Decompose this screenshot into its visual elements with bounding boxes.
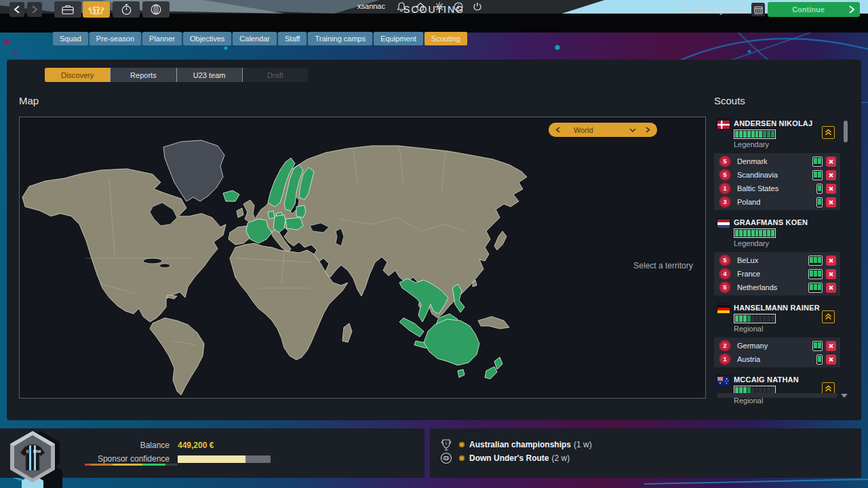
svg-text:DSM: DSM	[33, 449, 41, 453]
territory-row[interactable]: 3 Poland	[714, 195, 840, 209]
scouting-panel: DiscoveryReportsU23 teamDraft Map	[7, 60, 861, 420]
close-icon	[829, 357, 833, 362]
objectives-panel: 1 Australian championships (1 w) Down Un…	[430, 428, 861, 478]
knowledge-indicator	[812, 157, 823, 167]
chevron-right-icon	[849, 5, 855, 14]
upgrade-scout-button[interactable]	[822, 126, 835, 139]
objective-row: 1 Australian championships (1 w)	[439, 438, 592, 451]
knowledge-indicator	[808, 256, 823, 266]
tab-training-camps[interactable]: Training camps	[308, 32, 372, 45]
double-chevron-up-icon	[825, 313, 832, 321]
map-heading: Map	[19, 95, 39, 106]
club-logo[interactable]: DSM	[1, 426, 64, 488]
territory-row[interactable]: 1 Austria	[714, 352, 840, 366]
remove-territory-button[interactable]	[826, 283, 836, 293]
territory-row[interactable]: 5 Scandinavia	[714, 168, 840, 182]
tab-squad[interactable]: Squad	[53, 32, 88, 45]
territory-name: Baltic States	[737, 184, 816, 192]
chevron-right-icon[interactable]	[646, 127, 650, 133]
close-icon	[829, 200, 833, 205]
double-chevron-up-icon	[825, 129, 832, 136]
subtab-discovery[interactable]: Discovery	[45, 68, 110, 82]
denmark-flag-icon	[717, 119, 730, 127]
tab-pre-season[interactable]: Pre-season	[90, 32, 141, 45]
remove-territory-button[interactable]	[826, 157, 836, 167]
scout-skill-bar	[734, 129, 776, 139]
tab-equipment[interactable]: Equipment	[374, 32, 423, 45]
territory-list: 5 BeLux 4 France 5 Netherlands	[714, 252, 840, 296]
map-region-selector[interactable]: World	[549, 123, 657, 137]
close-icon	[829, 344, 833, 348]
subtab-reports[interactable]: Reports	[110, 68, 176, 82]
scout-tier: Regional	[734, 325, 840, 333]
chevron-left-icon[interactable]	[555, 127, 560, 133]
scout-header[interactable]: HANSELMANN RAINER Regional	[714, 302, 840, 333]
close-icon	[829, 159, 833, 164]
territory-row[interactable]: 5 BeLux	[714, 253, 840, 267]
remove-territory-button[interactable]	[826, 197, 836, 207]
scout-header[interactable]: GRAAFMANS KOEN Legendary	[714, 217, 840, 247]
territory-level-badge: 5	[720, 256, 730, 265]
scouts-scroll-track[interactable]	[717, 393, 837, 398]
tab-staff[interactable]: Staff	[278, 32, 307, 45]
territory-row[interactable]: 1 Baltic States	[714, 182, 840, 195]
territory-level-badge: 3	[720, 197, 730, 207]
continue-label: Continue	[768, 5, 849, 14]
subtab-draft[interactable]: Draft	[242, 68, 308, 82]
scout-header[interactable]: ANDERSEN NIKOLAJ Legendary	[714, 118, 840, 148]
tab-objectives[interactable]: Objectives	[183, 32, 231, 45]
double-chevron-up-icon	[825, 385, 832, 392]
world-map[interactable]	[20, 117, 705, 398]
territory-name: Germany	[737, 342, 812, 350]
remove-territory-button[interactable]	[826, 341, 836, 351]
scout-skill-bar	[734, 228, 776, 238]
territory-name: Scandinavia	[737, 171, 812, 179]
subtab-u23-team[interactable]: U23 team	[176, 68, 242, 82]
remove-territory-button[interactable]	[826, 269, 836, 279]
territory-name: Poland	[737, 198, 816, 206]
territory-row[interactable]: 5 Denmark	[714, 155, 840, 168]
current-date: 01 January 2022	[680, 5, 746, 15]
territory-row[interactable]: 4 France	[714, 267, 840, 281]
world-map-panel[interactable]: World Select a territory	[19, 117, 706, 399]
trophy-icon: 1	[439, 438, 453, 451]
tab-planner[interactable]: Planner	[142, 32, 182, 45]
scroll-down-arrow-icon[interactable]	[841, 394, 848, 398]
germany-flag-icon	[717, 304, 730, 312]
territory-row[interactable]: 5 Netherlands	[714, 281, 840, 294]
scout-card: MCCAIG NATHAN Regional	[714, 374, 840, 405]
territory-level-badge: 5	[720, 170, 730, 180]
scout-header[interactable]: MCCAIG NATHAN Regional	[714, 374, 840, 405]
continue-button[interactable]: Continue	[768, 2, 860, 17]
tab-calendar[interactable]: Calendar	[233, 32, 277, 45]
remove-territory-button[interactable]	[826, 256, 836, 266]
region-selector-value: World	[574, 126, 629, 134]
remove-territory-button[interactable]	[826, 354, 836, 365]
upgrade-scout-button[interactable]	[822, 310, 835, 323]
close-icon	[829, 285, 833, 290]
objective-name: Down Under's Route	[469, 453, 549, 463]
section-tab-bar: SquadPre-seasonPlannerObjectivesCalendar…	[53, 32, 467, 45]
scout-card: HANSELMANN RAINER Regional 2 Germany 1 A…	[714, 302, 840, 367]
remove-territory-button[interactable]	[826, 170, 836, 180]
chevron-down-icon[interactable]	[629, 128, 636, 132]
objectives-list: 1 Australian championships (1 w) Down Un…	[430, 438, 592, 465]
territory-name: Netherlands	[737, 283, 808, 291]
territory-row[interactable]: 2 Germany	[714, 339, 840, 352]
svg-text:1: 1	[445, 441, 448, 445]
scout-name: MCCAIG NATHAN	[734, 375, 799, 384]
objective-count: (1 w)	[574, 440, 592, 449]
scout-card: ANDERSEN NIKOLAJ Legendary 5 Denmark 5 S…	[714, 118, 840, 210]
calendar-button[interactable]	[751, 3, 765, 16]
scouts-heading: Scouts	[714, 95, 745, 106]
territory-list: 5 Denmark 5 Scandinavia 1 Baltic States …	[714, 153, 840, 210]
scout-name: GRAAFMANS KOEN	[734, 218, 808, 226]
medal-icon	[439, 451, 453, 465]
remove-territory-button[interactable]	[826, 184, 836, 194]
scouts-scrollbar-vertical[interactable]	[844, 119, 848, 396]
tab-scouting[interactable]: Scouting	[425, 32, 467, 45]
territory-level-badge: 5	[720, 157, 730, 166]
objective-row: Down Under's Route (2 w)	[439, 451, 592, 465]
scout-name: ANDERSEN NIKOLAJ	[734, 119, 812, 127]
knowledge-indicator	[816, 184, 823, 194]
